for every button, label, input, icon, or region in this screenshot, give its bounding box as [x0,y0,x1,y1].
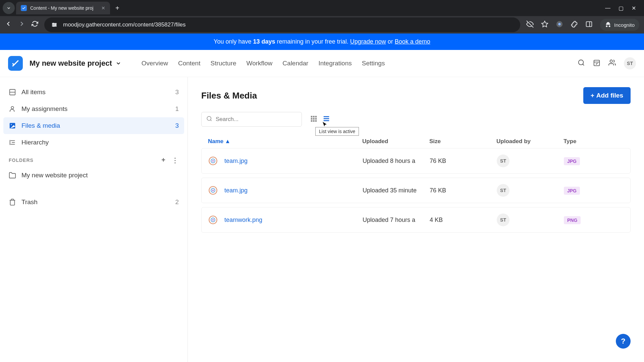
eye-off-icon[interactable] [526,20,534,29]
col-uploaded[interactable]: Uploaded [362,138,429,145]
upgrade-link[interactable]: Upgrade now [350,38,386,45]
file-size: 76 KB [430,158,497,165]
window-controls: — ▢ ✕ [605,5,641,11]
back-button[interactable] [5,20,12,29]
col-size[interactable]: Size [429,138,496,145]
tab-search-button[interactable] [3,2,15,14]
list-view-button[interactable] [321,114,331,125]
add-files-button[interactable]: + Add files [583,87,631,104]
people-icon[interactable] [608,59,616,68]
trial-middle: remaining in your free trial. [275,38,350,45]
sidebar-item-label: My assignments [21,105,67,113]
folders-label: FOLDERS [9,158,34,163]
file-name: team.jpg [224,187,248,194]
sidebar-item-assignments[interactable]: My assignments 1 [3,101,184,117]
tab-integrations[interactable]: Integrations [318,60,352,67]
file-uploader: ST [497,214,564,226]
grid-view-button[interactable] [309,114,319,125]
topbar-actions: ST [578,57,636,69]
col-type[interactable]: Type [564,138,624,145]
close-window-button[interactable]: ✕ [632,5,636,11]
content: Files & Media + Add files [188,77,644,362]
svg-rect-38 [324,118,329,119]
sidebar-item-all[interactable]: All items 3 [3,84,184,101]
svg-point-16 [610,60,612,62]
sidebar-item-files[interactable]: Files & media 3 [3,117,184,134]
site-settings-icon[interactable] [50,21,58,29]
project-name: My new website project [30,59,112,68]
extensions-icon[interactable] [571,20,578,29]
hierarchy-icon [9,139,16,146]
reload-button[interactable] [32,20,38,29]
browser-tab[interactable]: Content - My new website proj ✕ [16,2,110,14]
profile-icon[interactable] [556,20,563,29]
folder-name: My new website project [21,172,88,179]
incognito-badge[interactable]: Incognito [600,19,639,31]
file-size: 76 KB [430,187,497,194]
forward-button[interactable] [18,20,25,29]
nav-tabs: Overview Content Structure Workflow Cale… [142,60,385,67]
sidebar-folder[interactable]: My new website project [3,167,184,184]
image-icon [9,122,16,129]
side-panel-icon[interactable] [585,20,593,29]
toolbar: List view is active [201,112,631,127]
table-row[interactable]: team.jpg Uploaded 35 minute 76 KB ST JPG [201,178,631,203]
help-button[interactable]: ? [616,334,631,349]
avatar[interactable]: ST [624,57,636,69]
url-input[interactable]: moodjoy.gathercontent.com/content/385827… [44,17,520,32]
col-name[interactable]: Name ▲ [208,138,362,145]
file-type: JPG [564,187,624,194]
trash-icon [9,198,16,206]
tab-calendar[interactable]: Calendar [282,60,308,67]
app-logo[interactable] [8,56,23,71]
sidebar-trash[interactable]: Trash 2 [3,194,184,210]
tab-bar: Content - My new website proj ✕ + — ▢ ✕ [0,0,644,16]
favicon-icon [21,5,27,11]
url-text: moodjoy.gathercontent.com/content/385827… [63,21,185,28]
sidebar-item-count: 3 [175,122,179,129]
tab-structure[interactable]: Structure [210,60,236,67]
svg-point-26 [207,116,211,120]
tab-content[interactable]: Content [178,60,201,67]
trial-banner: You only have 13 days remaining in your … [0,34,644,50]
incognito-label: Incognito [614,22,635,28]
search-input[interactable] [216,116,297,123]
sidebar-item-hierarchy[interactable]: Hierarchy [3,134,184,151]
search-box[interactable] [201,112,302,127]
svg-rect-37 [324,116,329,117]
sidebar-item-label: Files & media [21,122,60,129]
calendar-icon[interactable] [593,59,600,68]
add-folder-button[interactable]: + [161,156,166,164]
new-tab-button[interactable]: + [111,2,123,15]
sidebar-item-label: Hierarchy [21,139,49,146]
col-uploadedby[interactable]: Uploaded by [496,138,564,145]
trash-count: 2 [175,198,179,206]
tooltip: List view is active [315,127,359,136]
close-icon[interactable]: ✕ [101,5,105,11]
chevron-down-icon [115,60,121,66]
demo-link[interactable]: Book a demo [395,38,430,45]
svg-point-4 [55,24,56,25]
svg-point-5 [53,25,54,26]
svg-rect-39 [324,120,329,121]
file-size: 4 KB [430,217,497,224]
table-row[interactable]: team.jpg Uploaded 8 hours a 76 KB ST JPG [201,148,631,174]
folder-menu-button[interactable]: ⋮ [172,156,179,164]
tab-settings[interactable]: Settings [362,60,385,67]
svg-point-9 [558,23,560,25]
svg-rect-14 [594,60,600,66]
project-selector[interactable]: My new website project [30,59,121,68]
folders-section-header: FOLDERS + ⋮ [3,151,184,167]
file-type: JPG [564,158,624,165]
svg-rect-36 [315,120,317,122]
tab-title: Content - My new website proj [30,5,93,11]
search-icon[interactable] [578,59,585,68]
svg-point-42 [212,160,214,162]
table-row[interactable]: teamwork.png Uploaded 7 hours a 4 KB ST … [201,207,631,233]
file-uploaded: Uploaded 7 hours a [363,217,430,224]
minimize-button[interactable]: — [605,5,610,11]
tab-workflow[interactable]: Workflow [247,60,273,67]
bookmark-icon[interactable] [541,20,548,29]
tab-overview[interactable]: Overview [142,60,168,67]
maximize-button[interactable]: ▢ [619,5,624,11]
